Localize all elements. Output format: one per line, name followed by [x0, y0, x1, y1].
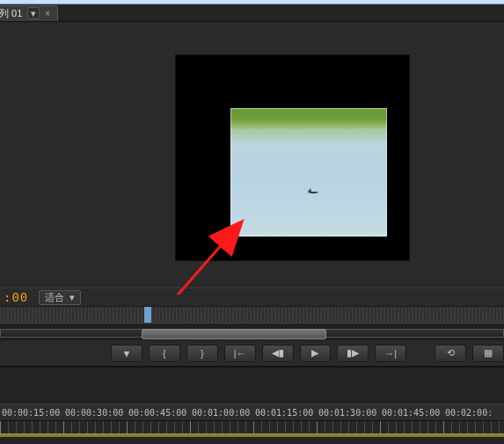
- ruler-tick-label: 00:00:15:00: [2, 408, 60, 418]
- preview-image[interactable]: [230, 108, 387, 237]
- mini-timeline[interactable]: [0, 307, 504, 323]
- extract-icon: ▦: [484, 347, 493, 359]
- program-monitor: [0, 22, 504, 288]
- mini-timeline-scrollbar[interactable]: [0, 326, 504, 340]
- in-point-icon: {: [163, 348, 166, 359]
- tab-close-button[interactable]: ×: [45, 9, 50, 18]
- ruler-tick-label: 00:01:45:00: [382, 408, 440, 418]
- lift-icon: ⟲: [447, 347, 455, 359]
- step-back-button[interactable]: ◀▮: [262, 345, 294, 362]
- ruler-tick-label: 00:02:00:: [445, 408, 493, 418]
- zoom-level-select[interactable]: 适合 ▾: [39, 290, 81, 305]
- ruler-tick-label: 00:01:00:00: [192, 408, 250, 418]
- ruler-tick-label: 00:01:30:00: [318, 408, 376, 418]
- goto-out-icon: →|: [384, 348, 397, 359]
- ruler-tick-label: 00:01:15:00: [255, 408, 313, 418]
- panel-tab-bar: 列 01 ▾ ×: [0, 4, 504, 22]
- caret-down-icon: ▾: [31, 8, 36, 19]
- play-icon: ▶: [311, 347, 318, 359]
- tab-menu-button[interactable]: ▾: [27, 7, 40, 19]
- extract-button[interactable]: ▦: [472, 345, 504, 362]
- caret-down-icon: ▾: [69, 292, 75, 303]
- mini-timeline-playhead[interactable]: [144, 307, 151, 323]
- ruler-tick-label: 00:00:30:00: [65, 408, 123, 418]
- lift-button[interactable]: ⟲: [435, 345, 466, 362]
- preview-image-boat: [308, 188, 318, 193]
- marker-icon: ▼: [122, 348, 132, 359]
- out-point-icon: }: [201, 348, 204, 359]
- play-button[interactable]: ▶: [300, 345, 332, 362]
- step-forward-button[interactable]: ▮▶: [337, 345, 369, 362]
- transport-controls: ▼ { } |← ◀▮ ▶ ▮▶ →| ⟲ ▦: [0, 340, 504, 367]
- sequence-tab-label: 列 01: [0, 7, 22, 20]
- goto-in-icon: |←: [234, 348, 246, 359]
- goto-out-button[interactable]: →|: [375, 345, 406, 362]
- add-marker-button[interactable]: ▼: [111, 345, 142, 362]
- panel-gap: [0, 367, 504, 404]
- timeline-tracks-area[interactable]: [0, 437, 504, 444]
- step-back-icon: ◀▮: [272, 347, 284, 359]
- monitor-info-row: :00 适合 ▾: [0, 288, 504, 307]
- mark-in-button[interactable]: {: [149, 345, 180, 362]
- mark-out-button[interactable]: }: [186, 345, 218, 362]
- step-fwd-icon: ▮▶: [347, 347, 359, 359]
- goto-in-button[interactable]: |←: [224, 345, 256, 362]
- zoom-level-label: 适合: [45, 291, 64, 304]
- current-timecode[interactable]: :00: [4, 290, 28, 304]
- scrollbar-track[interactable]: [0, 329, 504, 338]
- timeline-ticks[interactable]: [0, 421, 504, 433]
- scrollbar-thumb[interactable]: [142, 329, 326, 339]
- ruler-tick-label: 00:00:45:00: [128, 408, 186, 418]
- timeline-ruler[interactable]: 00:00:15:00 00:00:30:00 00:00:45:00 00:0…: [0, 404, 504, 421]
- sequence-tab[interactable]: 列 01 ▾ ×: [0, 5, 58, 21]
